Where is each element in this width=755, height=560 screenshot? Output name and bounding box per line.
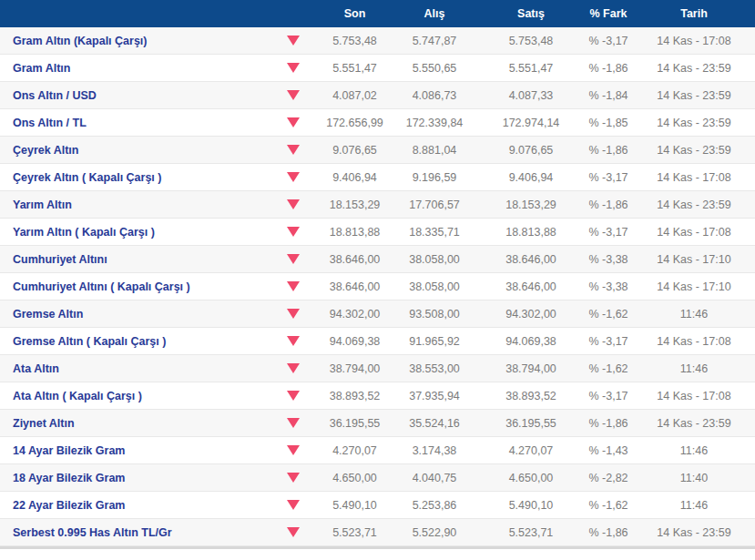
satis-value: 4.650,00 <box>483 464 570 491</box>
down-triangle-icon <box>287 145 300 155</box>
instrument-link[interactable]: Gram Altın <box>13 62 70 75</box>
instrument-link[interactable]: Yarım Altın <box>13 199 72 211</box>
tarih-value: 14 Kas - 17:10 <box>651 246 755 272</box>
table-row[interactable]: Ziynet Altın36.195,5535.524,1636.195,55%… <box>0 410 755 437</box>
instrument-name-cell: Çeyrek Altın ( Kapalı Çarşı ) <box>0 164 272 190</box>
down-triangle-icon <box>287 309 300 319</box>
column-header-son: Son <box>314 0 395 27</box>
direction-cell <box>272 137 314 163</box>
instrument-link[interactable]: 14 Ayar Bilezik Gram <box>13 444 125 457</box>
table-row[interactable]: Ons Altın / TL172.656,99172.339,84172.97… <box>0 109 755 137</box>
instrument-name-cell: Ziynet Altın <box>0 410 272 436</box>
instrument-link[interactable]: Gremse Altın <box>13 308 83 321</box>
table-row[interactable]: Ata Altın ( Kapalı Çarşı )38.893,5237.93… <box>0 382 755 410</box>
satis-value: 9.406,94 <box>483 164 570 190</box>
son-value: 5.551,47 <box>314 55 395 81</box>
tarih-value: 14 Kas - 23:59 <box>651 109 755 136</box>
table-row[interactable]: Gram Altın5.551,475.550,655.551,47% -1,8… <box>0 55 755 82</box>
direction-cell <box>272 27 314 54</box>
instrument-name-cell: 18 Ayar Bilezik Gram <box>0 464 272 491</box>
down-triangle-icon <box>287 36 300 46</box>
instrument-link[interactable]: Çeyrek Altın ( Kapalı Çarşı ) <box>13 171 161 184</box>
satis-value: 9.076,65 <box>483 137 570 163</box>
instrument-link[interactable]: 18 Ayar Bilezik Gram <box>13 472 125 484</box>
instrument-link[interactable]: Cumhuriyet Altını ( Kapalı Çarşı ) <box>13 280 190 293</box>
instrument-link[interactable]: Ata Altın <box>13 362 59 375</box>
son-value: 4.270,07 <box>314 437 395 463</box>
alis-value: 5.522,90 <box>395 519 483 545</box>
table-row[interactable]: Cumhuriyet Altını ( Kapalı Çarşı )38.646… <box>0 273 755 300</box>
fark-value: % -1,84 <box>570 82 651 108</box>
table-row[interactable]: Cumhuriyet Altını38.646,0038.058,0038.64… <box>0 246 755 273</box>
instrument-link[interactable]: Ziynet Altın <box>13 417 75 430</box>
direction-cell <box>272 492 314 518</box>
tarih-value: 14 Kas - 23:59 <box>651 55 755 81</box>
fark-value: % -1,86 <box>570 410 651 436</box>
table-row[interactable]: Ons Altın / USD4.087,024.086,734.087,33%… <box>0 82 755 109</box>
fark-value: % -3,17 <box>570 328 651 354</box>
down-triangle-icon <box>287 254 300 264</box>
instrument-link[interactable]: 22 Ayar Bilezik Gram <box>13 499 125 512</box>
down-triangle-icon <box>287 172 300 182</box>
satis-value: 38.646,00 <box>483 246 570 272</box>
instrument-link[interactable]: Cumhuriyet Altını <box>13 253 107 266</box>
table-row[interactable]: Gremse Altın ( Kapalı Çarşı )94.069,3891… <box>0 328 755 355</box>
satis-value: 94.069,38 <box>483 328 570 354</box>
son-value: 94.302,00 <box>314 300 395 327</box>
table-row[interactable]: Yarım Altın18.153,2917.706,5718.153,29% … <box>0 191 755 219</box>
instrument-name-cell: Yarım Altın ( Kapalı Çarşı ) <box>0 219 272 245</box>
fark-value: % -1,86 <box>570 519 651 545</box>
table-row[interactable]: 18 Ayar Bilezik Gram4.650,004.040,754.65… <box>0 464 755 492</box>
son-value: 18.153,29 <box>314 191 395 218</box>
tarih-value: 14 Kas - 23:59 <box>651 519 755 545</box>
alis-value: 93.508,00 <box>395 300 483 327</box>
instrument-link[interactable]: Gram Altın (Kapalı Çarşı) <box>13 35 148 47</box>
fark-value: % -1,86 <box>570 191 651 218</box>
instrument-link[interactable]: Gremse Altın ( Kapalı Çarşı ) <box>13 335 166 348</box>
satis-value: 36.195,55 <box>483 410 570 436</box>
satis-value: 5.523,71 <box>483 519 570 545</box>
table-row[interactable]: Gram Altın (Kapalı Çarşı)5.753,485.747,8… <box>0 27 755 55</box>
alis-value: 5.253,86 <box>395 492 483 518</box>
alis-value: 38.058,00 <box>395 273 483 300</box>
instrument-link[interactable]: Çeyrek Altın <box>13 144 78 157</box>
table-row[interactable]: Çeyrek Altın9.076,658.881,049.076,65% -1… <box>0 137 755 164</box>
son-value: 38.794,00 <box>314 355 395 382</box>
down-triangle-icon <box>287 500 300 510</box>
gold-prices-table: Son Alış Satış % Fark Tarih Gram Altın (… <box>0 0 755 549</box>
down-triangle-icon <box>287 363 300 373</box>
satis-value: 18.153,29 <box>483 191 570 218</box>
alis-value: 5.747,87 <box>395 27 483 54</box>
satis-value: 5.551,47 <box>483 55 570 81</box>
table-row[interactable]: Ata Altın38.794,0038.553,0038.794,00% -1… <box>0 355 755 382</box>
instrument-link[interactable]: Ata Altın ( Kapalı Çarşı ) <box>13 390 142 402</box>
instrument-name-cell: 14 Ayar Bilezik Gram <box>0 437 272 463</box>
instrument-link[interactable]: Ons Altın / TL <box>13 117 87 129</box>
column-header-arrow <box>272 0 314 27</box>
direction-cell <box>272 55 314 81</box>
instrument-name-cell: Gram Altın (Kapalı Çarşı) <box>0 27 272 54</box>
instrument-link[interactable]: Ons Altın / USD <box>13 89 97 102</box>
alis-value: 9.196,59 <box>395 164 483 190</box>
son-value: 36.195,55 <box>314 410 395 436</box>
table-row[interactable]: 22 Ayar Bilezik Gram5.490,105.253,865.49… <box>0 492 755 519</box>
table-row[interactable]: Gremse Altın94.302,0093.508,0094.302,00%… <box>0 300 755 328</box>
fark-value: % -1,86 <box>570 55 651 81</box>
table-row[interactable]: Çeyrek Altın ( Kapalı Çarşı )9.406,949.1… <box>0 164 755 191</box>
table-row[interactable]: Serbest 0.995 Has Altın TL/Gr5.523,715.5… <box>0 519 755 546</box>
fark-value: % -3,17 <box>570 219 651 245</box>
table-row[interactable]: Yarım Altın ( Kapalı Çarşı )18.813,8818.… <box>0 219 755 246</box>
son-value: 172.656,99 <box>314 109 395 136</box>
son-value: 9.406,94 <box>314 164 395 190</box>
instrument-link[interactable]: Yarım Altın ( Kapalı Çarşı ) <box>13 226 155 239</box>
direction-cell <box>272 82 314 108</box>
instrument-name-cell: Serbest 0.995 Has Altın TL/Gr <box>0 519 272 545</box>
instrument-link[interactable]: Serbest 0.995 Has Altın TL/Gr <box>13 526 172 539</box>
down-triangle-icon <box>287 391 300 401</box>
table-row[interactable]: 14 Ayar Bilezik Gram4.270,073.174,384.27… <box>0 437 755 464</box>
tarih-value: 11:46 <box>651 437 755 463</box>
alis-value: 3.174,38 <box>395 437 483 463</box>
direction-cell <box>272 328 314 354</box>
instrument-name-cell: 22 Ayar Bilezik Gram <box>0 492 272 518</box>
instrument-name-cell: Ons Altın / USD <box>0 82 272 108</box>
